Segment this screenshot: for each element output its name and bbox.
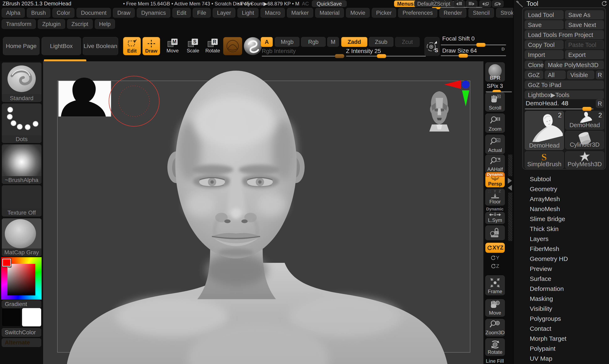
tool-subpalette-fibermesh[interactable]: FiberMesh xyxy=(530,245,559,252)
menu-item-draw[interactable]: Draw xyxy=(113,8,135,18)
rotate-camera-button[interactable]: Rotate xyxy=(485,338,505,356)
gradient-button[interactable]: Gradient xyxy=(2,300,41,308)
tool-subpalette-subtool[interactable]: Subtool xyxy=(530,176,551,183)
tool-subpalette-polygroups[interactable]: Polygroups xyxy=(530,315,561,322)
focal-shift-slider[interactable] xyxy=(441,44,506,47)
tray-scroll-right[interactable] xyxy=(508,178,512,184)
secondary-color-swatch[interactable] xyxy=(22,308,41,326)
alternate-button[interactable]: Alternate xyxy=(2,338,41,347)
menu-item-brush[interactable]: Brush xyxy=(27,8,50,18)
menu-item-zscript[interactable]: Zscript xyxy=(67,19,93,29)
tool-subpalette-surface[interactable]: Surface xyxy=(530,275,551,282)
zsub-button[interactable]: Zsub xyxy=(369,37,393,47)
alpha-selector[interactable]: ~BrushAlpha xyxy=(2,144,41,184)
switch-color-button[interactable]: SwitchColor xyxy=(2,328,41,337)
tray-resize-handle[interactable] xyxy=(508,155,512,176)
canvas-area[interactable] xyxy=(43,61,483,364)
z-intensity-slider[interactable] xyxy=(346,55,426,59)
local-symmetry-button[interactable]: L.Sym xyxy=(485,212,505,224)
aahalf-button[interactable]: AAHalf xyxy=(485,155,505,173)
z-rotation-button[interactable]: Z xyxy=(485,262,504,270)
lightbox-tools-button[interactable]: Lightbox▶Tools xyxy=(525,91,604,99)
load-tool-button[interactable]: Load Tool xyxy=(525,10,563,20)
tool-slot-cylinder3d[interactable]: Cylinder3D xyxy=(565,131,604,149)
zoom-button[interactable]: Zoom xyxy=(485,113,505,133)
tool-subpalette-uv-map[interactable]: UV Map xyxy=(530,355,552,362)
tool-slot-polymesh3d[interactable]: PolyMesh3D xyxy=(565,151,604,169)
active-tool-r-button[interactable]: R xyxy=(596,99,604,108)
goz-r-button[interactable]: R xyxy=(596,71,604,79)
alpha-channel-button[interactable]: A xyxy=(261,37,273,47)
xyz-rotation-button[interactable]: XYZ xyxy=(485,243,505,253)
save-button[interactable]: Save xyxy=(525,20,563,29)
goz-all-button[interactable]: All xyxy=(545,71,566,79)
tool-slot-demohead[interactable]: 2 DemoHead xyxy=(565,111,604,130)
export-button[interactable]: Export xyxy=(565,50,604,59)
tool-subpalette-nanomesh[interactable]: NanoMesh xyxy=(530,206,560,213)
main-color-swatch[interactable] xyxy=(2,308,21,326)
menu-item-light[interactable]: Light xyxy=(237,8,258,18)
tray-resize-handle[interactable] xyxy=(508,193,512,241)
tool-subpalette-slime-bridge[interactable]: Slime Bridge xyxy=(530,215,565,222)
menu-item-edit[interactable]: Edit xyxy=(172,8,191,18)
tool-subpalette-masking[interactable]: Masking xyxy=(530,295,553,302)
menu-item-marker[interactable]: Marker xyxy=(287,8,313,18)
dynamic-persp-button[interactable]: Dynamic Persp xyxy=(485,172,505,187)
menu-item-help[interactable]: Help xyxy=(95,19,115,29)
quicksave-button[interactable]: QuickSave xyxy=(312,0,347,7)
menu-item-dynamics[interactable]: Dynamics xyxy=(137,8,170,18)
goz-to-ipad-button[interactable]: GoZ To iPad xyxy=(525,81,604,89)
current-stroke-thumbnail[interactable] xyxy=(244,37,262,55)
tool-subpalette-geometry[interactable]: Geometry xyxy=(530,185,557,193)
floor-button[interactable]: :: Y Z Floor xyxy=(485,189,505,206)
copy-tool-button[interactable]: Copy Tool xyxy=(525,40,563,50)
stroke-selector[interactable]: Dots xyxy=(2,103,41,143)
zscript-next-button[interactable] xyxy=(466,0,477,7)
menus-button[interactable]: Menus xyxy=(394,0,417,7)
restore-palette-icon[interactable] xyxy=(601,0,607,7)
current-brush-thumbnail[interactable] xyxy=(223,37,242,55)
live-boolean-button[interactable]: Live Boolean xyxy=(83,37,118,55)
texture-selector[interactable]: Texture Off xyxy=(2,185,41,217)
load-tools-from-project-button[interactable]: Load Tools From Project xyxy=(525,30,604,39)
active-tool-slider[interactable] xyxy=(525,107,593,111)
tool-subpalette-polypaint[interactable]: Polypaint xyxy=(530,345,555,352)
rotate-gyro-button[interactable]: R Rotate xyxy=(205,39,220,54)
tool-subpalette-contact[interactable]: Contact xyxy=(530,325,551,332)
material-selector[interactable]: MatCap Gray xyxy=(2,218,41,256)
menu-item-material[interactable]: Material xyxy=(315,8,344,18)
tray-expand-button[interactable] xyxy=(492,0,504,7)
tool-subpalette-morph-target[interactable]: Morph Target xyxy=(530,335,566,342)
tool-subpalette-arraymesh[interactable]: ArrayMesh xyxy=(530,195,560,203)
save-as-button[interactable]: Save As xyxy=(565,10,604,20)
scale-gyro-button[interactable]: S Scale xyxy=(186,39,200,54)
tray-scroll-left[interactable] xyxy=(508,185,512,191)
goz-visible-button[interactable]: Visible xyxy=(567,71,594,79)
default-zscript-button[interactable]: DefaultZScript xyxy=(414,0,453,7)
bpr-button[interactable]: BPR xyxy=(485,62,505,82)
edit-button[interactable]: Edit xyxy=(123,37,141,55)
make-polymesh3d-button[interactable]: Make PolyMesh3D xyxy=(545,61,604,69)
zoom3d-button[interactable]: Zoom3D xyxy=(485,319,505,337)
goz-button[interactable]: GoZ xyxy=(525,71,543,79)
zscript-prev-button[interactable] xyxy=(453,0,465,7)
sculpt-viewport[interactable] xyxy=(43,61,483,364)
tray-collapse-button[interactable] xyxy=(479,0,491,7)
menu-item-movie[interactable]: Movie xyxy=(346,8,370,18)
menu-item-layer[interactable]: Layer xyxy=(213,8,236,18)
color-picker[interactable] xyxy=(1,257,41,299)
draw-size-slider[interactable] xyxy=(441,54,506,58)
actual-button[interactable]: x1 Actual xyxy=(485,135,505,154)
y-rotation-button[interactable]: Y xyxy=(485,254,504,262)
menu-item-preferences[interactable]: Preferences xyxy=(398,8,437,18)
menu-item-transform[interactable]: Transform xyxy=(2,19,36,29)
home-page-button[interactable]: Home Page xyxy=(3,37,40,55)
reference-thumbnail[interactable] xyxy=(58,78,111,117)
mrgb-button[interactable]: Mrgb xyxy=(275,37,299,47)
clone-button[interactable]: Clone xyxy=(525,61,543,69)
menu-item-stencil[interactable]: Stencil xyxy=(468,8,494,18)
zadd-button[interactable]: Zadd xyxy=(341,37,367,47)
brush-selector[interactable]: Standard xyxy=(2,62,41,102)
tool-subpalette-deformation[interactable]: Deformation xyxy=(530,285,564,292)
import-button[interactable]: Import xyxy=(525,50,563,59)
